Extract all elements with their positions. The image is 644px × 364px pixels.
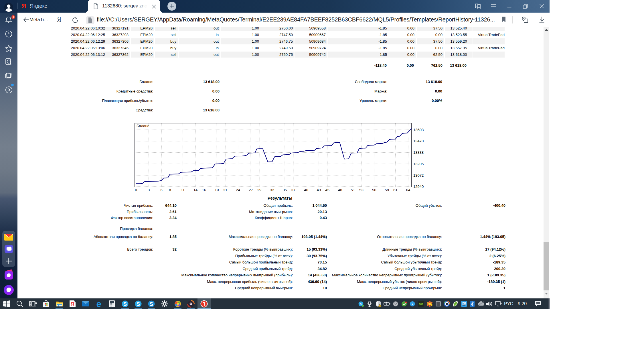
svg-text:13470: 13470 [413, 139, 424, 143]
svg-text:!: ! [380, 304, 380, 307]
svg-text:0: 0 [135, 188, 137, 192]
svg-text:3: 3 [148, 188, 150, 192]
svg-text:56: 56 [372, 188, 376, 192]
svg-text:59: 59 [385, 188, 389, 192]
svg-text:48: 48 [338, 188, 342, 192]
svg-text:64: 64 [406, 188, 410, 192]
svg-text:Я: Я [71, 302, 74, 306]
svg-text:53: 53 [359, 188, 363, 192]
svg-text:S: S [137, 301, 140, 307]
svg-text:51: 51 [351, 188, 355, 192]
svg-text:S: S [150, 301, 153, 307]
svg-text:12940: 12940 [413, 184, 424, 189]
svg-text:e: e [96, 300, 101, 308]
svg-text:61: 61 [393, 188, 397, 192]
svg-text:32: 32 [270, 188, 274, 192]
svg-text:13205: 13205 [413, 162, 424, 166]
svg-text:8: 8 [169, 188, 171, 192]
svg-text:21: 21 [223, 188, 227, 192]
svg-text:11: 11 [181, 188, 185, 192]
svg-text:40: 40 [304, 188, 308, 192]
svg-text:27: 27 [249, 188, 253, 192]
svg-text:43: 43 [317, 188, 321, 192]
svg-text:S: S [123, 301, 127, 307]
svg-text:24: 24 [236, 188, 240, 192]
svg-text:13338: 13338 [413, 150, 424, 155]
svg-text:37: 37 [291, 188, 295, 192]
svg-text:45: 45 [325, 188, 329, 192]
svg-text:13072: 13072 [413, 173, 424, 178]
svg-text:16: 16 [202, 188, 206, 192]
svg-text:35: 35 [283, 188, 287, 192]
svg-text:6: 6 [161, 188, 163, 192]
svg-text:29: 29 [257, 188, 261, 192]
svg-text:i: i [412, 302, 413, 306]
svg-text:14: 14 [193, 188, 197, 192]
svg-text:Баланс: Баланс [137, 124, 149, 128]
svg-text:19: 19 [215, 188, 219, 192]
svg-text:13603: 13603 [413, 128, 424, 132]
